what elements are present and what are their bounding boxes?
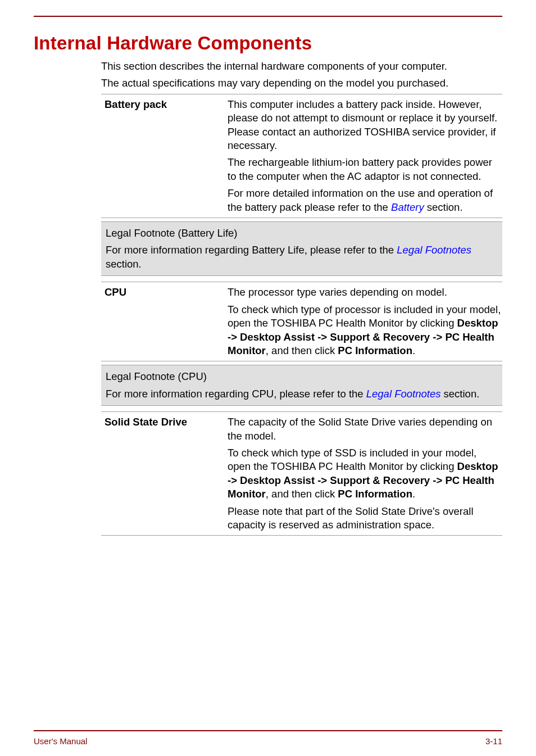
battery-footnote-text: For more information regarding Battery L… — [106, 243, 498, 271]
page-footer: User's Manual 3-11 — [34, 736, 502, 746]
battery-label: Battery pack — [101, 98, 228, 214]
battery-footnote-title: Legal Footnote (Battery Life) — [106, 227, 498, 240]
cpu-footnote-text: For more information regarding CPU, plea… — [106, 387, 498, 401]
cpu-footnote: Legal Footnote (CPU) For more informatio… — [101, 365, 502, 406]
section-heading: Internal Hardware Components — [34, 33, 502, 54]
intro-block: This section describes the internal hard… — [101, 60, 502, 90]
ssd-p3: Please note that part of the Solid State… — [228, 505, 502, 532]
cpu-p2: To check which type of processor is incl… — [228, 303, 502, 358]
footer-left: User's Manual — [34, 736, 87, 746]
battery-p2: The rechargeable lithium-ion battery pac… — [228, 156, 502, 183]
cpu-spec-table: CPU The processor type varies depending … — [101, 282, 502, 361]
intro-paragraph-1: This section describes the internal hard… — [101, 60, 502, 73]
bottom-horizontal-rule — [34, 730, 502, 731]
battery-link[interactable]: Battery — [391, 201, 424, 213]
legal-footnotes-link-1[interactable]: Legal Footnotes — [397, 244, 471, 256]
battery-p1: This computer includes a battery pack in… — [228, 98, 502, 153]
cpu-footnote-title: Legal Footnote (CPU) — [106, 370, 498, 383]
ssd-p2: To check which type of SSD is included i… — [228, 446, 502, 501]
intro-paragraph-2: The actual specifications may vary depen… — [101, 76, 502, 90]
cpu-p1: The processor type varies depending on m… — [228, 286, 502, 299]
ssd-label: Solid State Drive — [101, 415, 228, 532]
ssd-body: The capacity of the Solid State Drive va… — [228, 415, 502, 532]
ssd-p1: The capacity of the Solid State Drive va… — [228, 415, 502, 443]
ssd-spec-table: Solid State Drive The capacity of the So… — [101, 411, 502, 536]
page-content: Internal Hardware Components This sectio… — [34, 33, 502, 536]
battery-footnote: Legal Footnote (Battery Life) For more i… — [101, 221, 502, 276]
footer-right: 3-11 — [485, 736, 502, 746]
cpu-label: CPU — [101, 286, 228, 357]
cpu-body: The processor type varies depending on m… — [228, 286, 502, 357]
battery-body: This computer includes a battery pack in… — [228, 98, 502, 214]
top-horizontal-rule — [34, 16, 502, 17]
battery-spec-table: Battery pack This computer includes a ba… — [101, 94, 502, 218]
battery-p3: For more detailed information on the use… — [228, 187, 502, 214]
legal-footnotes-link-2[interactable]: Legal Footnotes — [366, 388, 441, 400]
